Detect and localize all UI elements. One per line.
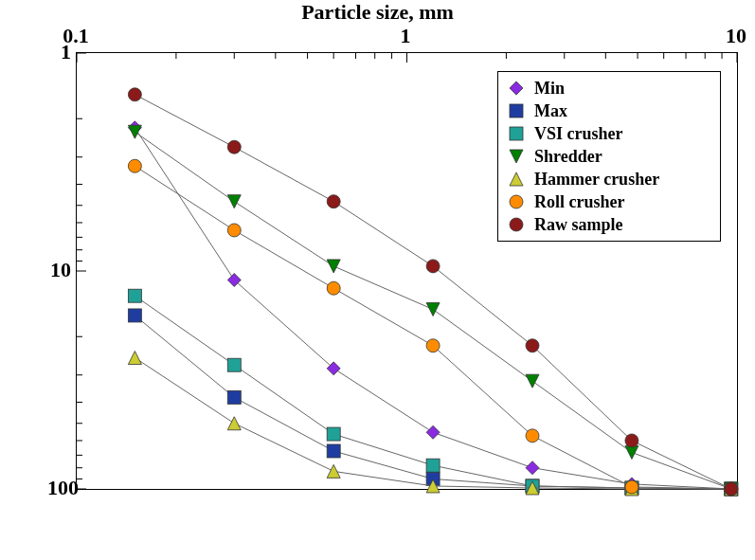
y-tick-10: 10 [47, 258, 71, 282]
svg-point-57 [625, 480, 638, 494]
legend-item: Raw sample [506, 213, 712, 236]
svg-point-64 [625, 434, 638, 447]
svg-rect-40 [327, 444, 340, 458]
svg-point-62 [426, 260, 440, 273]
svg-point-65 [725, 482, 738, 496]
svg-rect-45 [128, 289, 141, 302]
svg-point-63 [526, 339, 539, 352]
svg-point-53 [227, 224, 241, 237]
x-tick-1: 1 [401, 24, 411, 48]
y-tick-1: 1 [47, 40, 71, 64]
svg-rect-47 [327, 427, 340, 441]
x-axis-title: Particle size, mm [0, 0, 755, 25]
svg-rect-48 [426, 459, 440, 472]
chart-container: Particle size, mm 0.1 1 10 1 10 100 Min … [0, 0, 755, 560]
legend-label: VSI crusher [534, 124, 623, 144]
svg-rect-67 [510, 127, 523, 140]
svg-point-60 [227, 140, 241, 154]
svg-point-69 [510, 218, 523, 231]
svg-point-52 [128, 159, 141, 172]
legend-label: Max [534, 101, 567, 121]
svg-rect-66 [510, 104, 523, 117]
legend-item: Shredder [506, 145, 712, 168]
legend-item: Max [506, 99, 712, 122]
x-tick-2: 10 [726, 24, 746, 48]
svg-point-61 [327, 195, 340, 208]
legend-label: Roll crusher [534, 192, 624, 212]
legend-label: Shredder [534, 147, 602, 167]
legend-item: Hammer crusher [506, 168, 712, 190]
svg-point-55 [426, 339, 440, 352]
legend-label: Raw sample [534, 215, 623, 235]
legend: Min Max VSI crusher Shredder Hammer crus… [497, 71, 721, 242]
legend-label: Min [534, 79, 565, 99]
svg-rect-39 [227, 390, 241, 404]
y-tick-100: 100 [47, 476, 71, 500]
legend-item: VSI crusher [506, 122, 712, 145]
svg-point-56 [526, 429, 539, 443]
svg-point-68 [510, 195, 523, 208]
svg-point-59 [128, 88, 141, 101]
svg-point-54 [327, 281, 340, 295]
svg-rect-46 [227, 358, 241, 371]
legend-label: Hammer crusher [534, 170, 659, 190]
legend-item: Min [506, 77, 712, 99]
svg-rect-38 [128, 309, 141, 322]
legend-item: Roll crusher [506, 190, 712, 213]
